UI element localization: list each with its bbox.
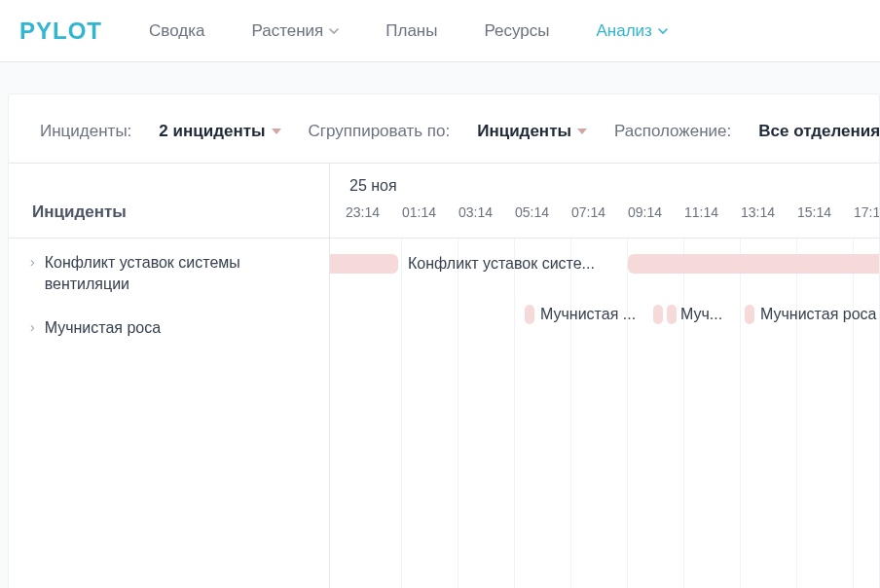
incident-bar[interactable]	[525, 305, 534, 324]
timeline-lanes: Конфликт уставок систе...Мучнистая ...Му…	[330, 239, 879, 588]
nav-analysis[interactable]: Анализ	[597, 21, 668, 41]
main-nav: Сводка Растения Планы Ресурсы Анализ	[149, 21, 668, 41]
incidents-sidebar: Инциденты ›Конфликт уставок системы вент…	[9, 164, 330, 588]
timeline-tick: 15:14	[797, 204, 854, 220]
incident-label: Мучнистая роса	[45, 317, 161, 339]
filter-incidents-value: 2 инциденты	[159, 122, 265, 141]
timeline-lane: Мучнистая ...Муч...Мучнистая роса	[330, 289, 879, 340]
filter-location-value: Все отделения	[758, 122, 880, 141]
incident-row[interactable]: ›Мучнистая роса	[9, 304, 329, 349]
incidents-panel: Инциденты: 2 инциденты Сгруппировать по:…	[8, 93, 880, 588]
incident-bar-label: Мучнистая ...	[540, 305, 645, 324]
filter-location-dropdown[interactable]: Все отделения	[758, 122, 880, 141]
nav-plants[interactable]: Растения	[251, 21, 339, 41]
nav-plans[interactable]: Планы	[385, 21, 437, 41]
incident-bar[interactable]	[330, 254, 398, 274]
filter-group-value: Инциденты	[477, 122, 571, 141]
topbar: PYLOT Сводка Растения Планы Ресурсы Анал…	[0, 0, 880, 62]
nav-resources[interactable]: Ресурсы	[484, 21, 549, 41]
chevron-down-icon	[658, 26, 668, 36]
filter-incidents-dropdown[interactable]: 2 инциденты	[159, 122, 280, 141]
timeline-tick: 03:14	[458, 204, 515, 220]
incident-bar-label: Конфликт уставок систе...	[408, 254, 622, 274]
timeline-tick: 13:14	[741, 204, 797, 220]
timeline-lane: Конфликт уставок систе...	[330, 239, 879, 289]
nav-summary[interactable]: Сводка	[149, 21, 204, 41]
nav-plants-label: Растения	[251, 21, 323, 41]
incident-bar[interactable]	[653, 305, 663, 324]
nav-summary-label: Сводка	[149, 21, 204, 41]
sidebar-header: Инциденты	[9, 164, 329, 239]
incident-bar[interactable]	[628, 254, 879, 274]
logo: PYLOT	[19, 18, 102, 45]
chevron-right-icon: ›	[30, 254, 35, 270]
timeline-tick: 23:14	[346, 204, 402, 220]
filter-group-dropdown[interactable]: Инциденты	[477, 122, 587, 141]
incident-list: ›Конфликт уставок системы вентиляции›Муч…	[9, 239, 329, 349]
nav-resources-label: Ресурсы	[484, 21, 549, 41]
timeline-date: 25 ноя	[346, 173, 879, 204]
timeline-grid: Инциденты ›Конфликт уставок системы вент…	[9, 163, 879, 588]
caret-down-icon	[577, 129, 587, 134]
chevron-right-icon: ›	[30, 319, 35, 335]
timeline-header: 25 ноя 23:1401:1403:1405:1407:1409:1411:…	[330, 164, 879, 239]
filters-bar: Инциденты: 2 инциденты Сгруппировать по:…	[9, 94, 879, 163]
incident-label: Конфликт уставок системы вентиляции	[45, 252, 310, 294]
caret-down-icon	[272, 129, 281, 134]
timeline-ticks: 23:1401:1403:1405:1407:1409:1411:1413:14…	[346, 204, 879, 220]
timeline-tick: 05:14	[515, 204, 571, 220]
timeline-tick: 09:14	[628, 204, 684, 220]
timeline-tick: 11:14	[684, 204, 741, 220]
nav-analysis-label: Анализ	[597, 21, 652, 41]
incident-row[interactable]: ›Конфликт уставок системы вентиляции	[9, 239, 329, 304]
filter-group-label: Сгруппировать по:	[309, 122, 451, 141]
incident-bar-label: Мучнистая роса	[760, 305, 879, 324]
incident-bar[interactable]	[667, 305, 677, 324]
incident-bar-label: Муч...	[680, 305, 737, 324]
incident-bar[interactable]	[745, 305, 754, 324]
timeline[interactable]: 25 ноя 23:1401:1403:1405:1407:1409:1411:…	[330, 164, 879, 588]
filter-incidents-label: Инциденты:	[40, 122, 131, 141]
chevron-down-icon	[329, 26, 339, 36]
timeline-tick: 17:14	[854, 204, 879, 220]
timeline-tick: 07:14	[571, 204, 628, 220]
nav-plans-label: Планы	[385, 21, 437, 41]
filter-location-label: Расположение:	[614, 122, 731, 141]
timeline-tick: 01:14	[402, 204, 458, 220]
